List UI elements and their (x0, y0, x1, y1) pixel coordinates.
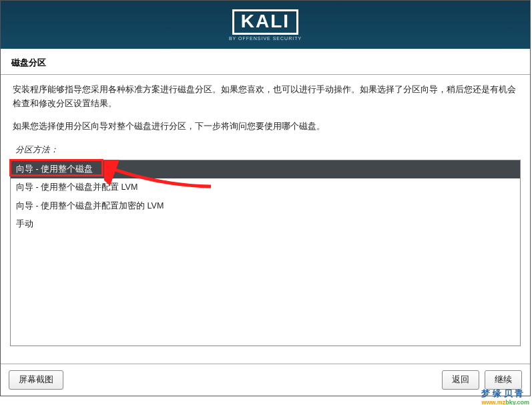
kali-logo: KALI BY OFFENSIVE SECURITY (229, 9, 302, 41)
page-title: 磁盘分区 (1, 49, 530, 75)
intro-paragraph-2: 如果您选择使用分区向导对整个磁盘进行分区，下一步将询问您要使用哪个磁盘。 (13, 120, 518, 134)
partition-method-list[interactable]: 向导 - 使用整个磁盘 向导 - 使用整个磁盘并配置 LVM 向导 - 使用整个… (10, 160, 521, 346)
logo-text: KALI (241, 12, 290, 31)
header-banner: KALI BY OFFENSIVE SECURITY (1, 1, 530, 49)
continue-button[interactable]: 继续 (485, 370, 522, 390)
option-guided-lvm[interactable]: 向导 - 使用整个磁盘并配置 LVM (11, 178, 520, 196)
screenshot-button[interactable]: 屏幕截图 (9, 370, 63, 390)
logo-subtitle: BY OFFENSIVE SECURITY (229, 36, 302, 41)
option-guided-encrypted-lvm[interactable]: 向导 - 使用整个磁盘并配置加密的 LVM (11, 197, 520, 215)
method-label: 分区方法： (1, 144, 530, 158)
intro-paragraph-1: 安装程序能够指导您采用各种标准方案进行磁盘分区。如果您喜欢，也可以进行手动操作。… (13, 83, 518, 112)
back-button[interactable]: 返回 (442, 370, 479, 390)
instruction-text: 安装程序能够指导您采用各种标准方案进行磁盘分区。如果您喜欢，也可以进行手动操作。… (1, 75, 530, 144)
option-guided-entire-disk[interactable]: 向导 - 使用整个磁盘 (11, 160, 520, 178)
installer-window: KALI BY OFFENSIVE SECURITY 磁盘分区 安装程序能够指导… (0, 0, 531, 396)
option-manual[interactable]: 手动 (11, 215, 520, 233)
watermark-url: www.mzbky.com (481, 400, 529, 405)
footer-bar: 屏幕截图 返回 继续 (1, 364, 530, 396)
